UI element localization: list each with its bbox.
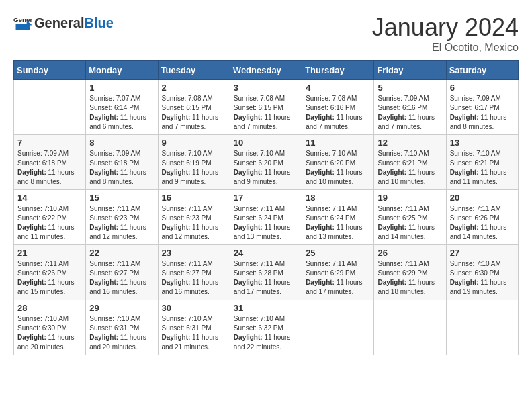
day-header-wednesday: Wednesday — [230, 61, 302, 80]
sunrise-text: Sunrise: 7:11 AM — [306, 259, 370, 269]
day-number: 22 — [89, 248, 154, 258]
month-title: January 2024 — [372, 13, 519, 42]
daylight-text: Daylight: 11 hours and 9 minutes. — [162, 168, 226, 187]
calendar-cell: 21Sunrise: 7:11 AMSunset: 6:26 PMDayligh… — [14, 245, 86, 300]
calendar-cell: 8Sunrise: 7:09 AMSunset: 6:18 PMDaylight… — [86, 135, 158, 190]
day-number: 12 — [378, 138, 442, 148]
cell-content: Sunrise: 7:10 AMSunset: 6:20 PMDaylight:… — [234, 149, 298, 187]
daylight-text: Daylight: 11 hours and 8 minutes. — [450, 113, 515, 132]
calendar-cell: 6Sunrise: 7:09 AMSunset: 6:17 PMDaylight… — [446, 80, 518, 135]
svg-text:General: General — [13, 16, 32, 24]
day-number: 7 — [17, 138, 82, 148]
calendar-cell: 1Sunrise: 7:07 AMSunset: 6:14 PMDaylight… — [86, 80, 158, 135]
day-number: 16 — [162, 193, 226, 203]
cell-content: Sunrise: 7:11 AMSunset: 6:28 PMDaylight:… — [234, 259, 298, 297]
day-number: 29 — [89, 303, 154, 313]
day-number: 2 — [162, 83, 226, 93]
sunset-text: Sunset: 6:25 PM — [378, 214, 442, 223]
sunrise-text: Sunrise: 7:11 AM — [378, 259, 442, 269]
sunset-text: Sunset: 6:28 PM — [234, 269, 298, 278]
sunrise-text: Sunrise: 7:11 AM — [378, 204, 442, 214]
day-number: 17 — [234, 193, 298, 203]
daylight-text: Daylight: 11 hours and 19 minutes. — [450, 278, 515, 297]
day-number: 25 — [306, 248, 370, 258]
page-header: General GeneralBlue January 2024 El Ocot… — [13, 13, 519, 54]
daylight-text: Daylight: 11 hours and 12 minutes. — [89, 223, 154, 242]
calendar-table: SundayMondayTuesdayWednesdayThursdayFrid… — [13, 60, 519, 355]
cell-content: Sunrise: 7:10 AMSunset: 6:21 PMDaylight:… — [450, 149, 515, 187]
day-number: 27 — [450, 248, 515, 258]
calendar-cell: 18Sunrise: 7:11 AMSunset: 6:24 PMDayligh… — [302, 190, 374, 245]
cell-content: Sunrise: 7:10 AMSunset: 6:20 PMDaylight:… — [306, 149, 370, 187]
sunrise-text: Sunrise: 7:10 AM — [89, 314, 154, 324]
sunrise-text: Sunrise: 7:10 AM — [234, 149, 298, 158]
cell-content: Sunrise: 7:11 AMSunset: 6:27 PMDaylight:… — [162, 259, 226, 297]
calendar-cell: 15Sunrise: 7:11 AMSunset: 6:23 PMDayligh… — [86, 190, 158, 245]
sunset-text: Sunset: 6:27 PM — [89, 269, 154, 278]
calendar-week-1: 1Sunrise: 7:07 AMSunset: 6:14 PMDaylight… — [14, 80, 519, 135]
sunset-text: Sunset: 6:20 PM — [234, 158, 298, 168]
calendar-week-5: 28Sunrise: 7:10 AMSunset: 6:30 PMDayligh… — [14, 300, 519, 355]
cell-content: Sunrise: 7:07 AMSunset: 6:14 PMDaylight:… — [89, 94, 154, 132]
sunset-text: Sunset: 6:15 PM — [162, 103, 226, 113]
sunset-text: Sunset: 6:29 PM — [378, 269, 442, 278]
calendar-cell: 11Sunrise: 7:10 AMSunset: 6:20 PMDayligh… — [302, 135, 374, 190]
day-number: 4 — [306, 83, 370, 93]
sunrise-text: Sunrise: 7:10 AM — [17, 314, 82, 324]
daylight-text: Daylight: 11 hours and 16 minutes. — [162, 278, 226, 297]
daylight-text: Daylight: 11 hours and 7 minutes. — [162, 113, 226, 132]
cell-content: Sunrise: 7:11 AMSunset: 6:24 PMDaylight:… — [306, 204, 370, 242]
sunrise-text: Sunrise: 7:10 AM — [162, 149, 226, 158]
cell-content: Sunrise: 7:11 AMSunset: 6:29 PMDaylight:… — [378, 259, 442, 297]
daylight-text: Daylight: 11 hours and 17 minutes. — [306, 278, 370, 297]
sunrise-text: Sunrise: 7:09 AM — [378, 94, 442, 103]
daylight-text: Daylight: 11 hours and 22 minutes. — [234, 333, 298, 352]
daylight-text: Daylight: 11 hours and 7 minutes. — [306, 113, 370, 132]
cell-content: Sunrise: 7:11 AMSunset: 6:25 PMDaylight:… — [378, 204, 442, 242]
logo-blue: Blue — [84, 15, 113, 30]
sunrise-text: Sunrise: 7:11 AM — [17, 259, 82, 269]
calendar-cell: 7Sunrise: 7:09 AMSunset: 6:18 PMDaylight… — [14, 135, 86, 190]
calendar-cell: 17Sunrise: 7:11 AMSunset: 6:24 PMDayligh… — [230, 190, 302, 245]
sunset-text: Sunset: 6:27 PM — [162, 269, 226, 278]
sunrise-text: Sunrise: 7:10 AM — [306, 149, 370, 158]
calendar-week-2: 7Sunrise: 7:09 AMSunset: 6:18 PMDaylight… — [14, 135, 519, 190]
title-area: January 2024 El Ocotito, Mexico — [372, 13, 519, 54]
calendar-cell — [446, 300, 518, 355]
daylight-text: Daylight: 11 hours and 20 minutes. — [89, 333, 154, 352]
sunrise-text: Sunrise: 7:11 AM — [162, 259, 226, 269]
cell-content: Sunrise: 7:11 AMSunset: 6:26 PMDaylight:… — [450, 204, 515, 242]
calendar-cell — [14, 80, 86, 135]
cell-content: Sunrise: 7:09 AMSunset: 6:17 PMDaylight:… — [450, 94, 515, 132]
daylight-text: Daylight: 11 hours and 6 minutes. — [89, 113, 154, 132]
sunset-text: Sunset: 6:20 PM — [306, 158, 370, 168]
daylight-text: Daylight: 11 hours and 18 minutes. — [378, 278, 442, 297]
day-header-tuesday: Tuesday — [158, 61, 230, 80]
sunrise-text: Sunrise: 7:11 AM — [306, 204, 370, 214]
sunset-text: Sunset: 6:26 PM — [17, 269, 82, 278]
sunrise-text: Sunrise: 7:08 AM — [162, 94, 226, 103]
cell-content: Sunrise: 7:08 AMSunset: 6:15 PMDaylight:… — [234, 94, 298, 132]
cell-content: Sunrise: 7:09 AMSunset: 6:16 PMDaylight:… — [378, 94, 442, 132]
sunset-text: Sunset: 6:14 PM — [89, 103, 154, 113]
sunrise-text: Sunrise: 7:10 AM — [234, 314, 298, 324]
sunset-text: Sunset: 6:23 PM — [89, 214, 154, 223]
sunrise-text: Sunrise: 7:09 AM — [17, 149, 82, 158]
sunrise-text: Sunrise: 7:08 AM — [234, 94, 298, 103]
day-header-sunday: Sunday — [14, 61, 86, 80]
daylight-text: Daylight: 11 hours and 14 minutes. — [450, 223, 515, 242]
logo-text: GeneralBlue — [34, 15, 114, 31]
sunset-text: Sunset: 6:30 PM — [17, 324, 82, 333]
daylight-text: Daylight: 11 hours and 7 minutes. — [234, 113, 298, 132]
sunrise-text: Sunrise: 7:11 AM — [450, 204, 515, 214]
sunrise-text: Sunrise: 7:10 AM — [162, 314, 226, 324]
calendar-cell — [374, 300, 446, 355]
daylight-text: Daylight: 11 hours and 10 minutes. — [378, 168, 442, 187]
cell-content: Sunrise: 7:11 AMSunset: 6:26 PMDaylight:… — [17, 259, 82, 297]
calendar-cell: 9Sunrise: 7:10 AMSunset: 6:19 PMDaylight… — [158, 135, 230, 190]
calendar-cell: 13Sunrise: 7:10 AMSunset: 6:21 PMDayligh… — [446, 135, 518, 190]
day-header-thursday: Thursday — [302, 61, 374, 80]
daylight-text: Daylight: 11 hours and 14 minutes. — [378, 223, 442, 242]
daylight-text: Daylight: 11 hours and 13 minutes. — [306, 223, 370, 242]
sunrise-text: Sunrise: 7:08 AM — [306, 94, 370, 103]
